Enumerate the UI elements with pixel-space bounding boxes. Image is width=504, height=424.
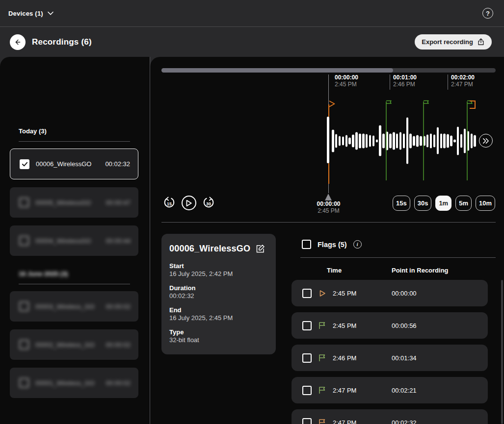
flag-row[interactable]: 2:46 PM 00:01:34 bbox=[292, 345, 488, 371]
playhead-marker-icon[interactable] bbox=[325, 194, 332, 200]
recording-name: 00001_Wireless_GO bbox=[35, 379, 95, 387]
play-button[interactable] bbox=[182, 196, 196, 210]
flags-header: Flags (5) i bbox=[302, 240, 362, 249]
waveform-scrollbar-thumb[interactable] bbox=[161, 68, 393, 73]
recording-item-blurred[interactable]: 00005_WirelessGO 00:00:47 bbox=[10, 187, 138, 218]
page-header: Recordings (6) Export recording bbox=[0, 27, 504, 57]
svg-text:15: 15 bbox=[167, 201, 172, 206]
recording-item-blurred[interactable]: 00004_WirelessGO 00:00:44 bbox=[10, 225, 138, 256]
flags-list-scrollbar[interactable] bbox=[501, 280, 503, 424]
flag-icon bbox=[318, 386, 326, 394]
recording-checkbox[interactable] bbox=[19, 301, 29, 311]
recording-title: 00006_WirelessGO bbox=[169, 244, 250, 254]
flag-time: 2:47 PM bbox=[333, 419, 356, 424]
flag-checkbox[interactable] bbox=[302, 386, 312, 395]
check-icon bbox=[22, 161, 28, 167]
column-header-point: Point in Recording bbox=[392, 267, 449, 274]
flag-checkbox[interactable] bbox=[302, 353, 312, 363]
info-value: 00:02:32 bbox=[169, 292, 268, 300]
info-value: 32-bit float bbox=[169, 336, 268, 344]
recording-checkbox[interactable] bbox=[19, 198, 29, 207]
recording-duration: 00:00:02 bbox=[106, 341, 131, 349]
flag-row[interactable]: 2:47 PM 00:02:32 bbox=[292, 409, 488, 424]
double-chevron-right-icon bbox=[482, 138, 490, 144]
skip-forward-30-button[interactable]: 30 bbox=[202, 197, 215, 211]
recording-name: 00006_WirelessGO bbox=[36, 160, 91, 168]
flag-row[interactable]: 2:45 PM 00:00:56 bbox=[292, 312, 488, 339]
current-time-readout: 00:00:00 2:45 PM bbox=[304, 201, 353, 214]
divider bbox=[300, 257, 496, 258]
recording-detail-panel: 00:00:00 2:45 PM 00:01:00 2:46 PM 00:02:… bbox=[150, 57, 504, 424]
export-recording-button[interactable]: Export recording bbox=[415, 34, 492, 50]
divider bbox=[19, 141, 130, 142]
recording-item-blurred[interactable]: 00001_Wireless_GO 00:00:02 bbox=[10, 368, 138, 398]
end-flag-icon bbox=[318, 419, 326, 424]
flag-point: 00:00:00 bbox=[392, 290, 417, 297]
help-icon[interactable]: ? bbox=[482, 8, 493, 19]
ruler-tick bbox=[390, 75, 390, 90]
recording-duration: 00:00:02 bbox=[106, 303, 131, 310]
back-button[interactable] bbox=[10, 34, 26, 50]
recording-checkbox-checked[interactable] bbox=[20, 159, 29, 169]
content-area: Today (3) 00006_WirelessGO 00:02:32 0000… bbox=[0, 57, 504, 424]
end-marker-icon[interactable] bbox=[470, 100, 476, 109]
zoom-10m-button[interactable]: 10m bbox=[476, 196, 495, 211]
ruler-label: 00:01:00 2:46 PM bbox=[393, 75, 417, 88]
flag-time: 2:46 PM bbox=[333, 354, 356, 362]
flag-checkbox[interactable] bbox=[302, 418, 312, 424]
recording-checkbox[interactable] bbox=[19, 378, 29, 388]
export-icon bbox=[477, 38, 485, 46]
devices-dropdown[interactable]: Devices (1) bbox=[8, 10, 53, 17]
zoom-level-group: 15s 30s 1m 5m 10m bbox=[393, 196, 495, 211]
recording-item-selected[interactable]: 00006_WirelessGO 00:02:32 bbox=[10, 149, 138, 179]
info-icon[interactable]: i bbox=[353, 240, 362, 249]
arrow-left-icon bbox=[13, 37, 23, 47]
recording-name: 00002_Wireless_GO bbox=[35, 341, 95, 349]
recording-name: 00003_Wireless_GO bbox=[35, 303, 95, 310]
recording-item-blurred[interactable]: 00002_Wireless_GO 00:00:02 bbox=[10, 329, 138, 360]
start-marker-icon bbox=[318, 290, 326, 297]
flag-marker-icon[interactable] bbox=[467, 100, 474, 180]
section-label-date: 16 June 2025 (3) bbox=[19, 270, 68, 277]
zoom-1m-button[interactable]: 1m bbox=[435, 196, 451, 211]
recording-duration: 00:00:47 bbox=[106, 199, 131, 206]
flags-title: Flags (5) bbox=[318, 241, 347, 249]
scroll-right-button[interactable] bbox=[479, 134, 493, 148]
section-label-today: Today (3) bbox=[19, 127, 47, 135]
recording-checkbox[interactable] bbox=[19, 236, 29, 246]
recording-name: 00005_WirelessGO bbox=[35, 199, 91, 206]
recording-duration: 00:00:02 bbox=[106, 379, 131, 387]
divider bbox=[19, 284, 130, 284]
flags-select-all-checkbox[interactable] bbox=[302, 240, 311, 249]
recording-duration: 00:00:44 bbox=[106, 237, 131, 245]
column-header-time: Time bbox=[327, 267, 342, 274]
flag-row[interactable]: 2:47 PM 00:02:21 bbox=[292, 377, 488, 403]
flag-row[interactable]: 2:45 PM 00:00:00 bbox=[292, 280, 488, 306]
flag-time: 2:47 PM bbox=[333, 387, 356, 394]
recording-checkbox[interactable] bbox=[19, 340, 29, 349]
flag-checkbox[interactable] bbox=[302, 289, 312, 298]
flag-time: 2:45 PM bbox=[333, 322, 356, 329]
skip-forward-30-icon: 30 bbox=[202, 197, 215, 209]
flag-marker-icon[interactable] bbox=[423, 100, 430, 180]
recording-item-blurred[interactable]: 00003_Wireless_GO 00:00:02 bbox=[10, 291, 138, 322]
recording-info-card: 00006_WirelessGO Start 16 July 2025, 2:4… bbox=[161, 234, 276, 354]
playhead-position-bar[interactable] bbox=[327, 117, 329, 163]
zoom-30s-button[interactable]: 30s bbox=[414, 196, 432, 211]
chevron-down-icon bbox=[48, 11, 53, 15]
skip-back-15-button[interactable]: 15 bbox=[163, 197, 176, 211]
zoom-5m-button[interactable]: 5m bbox=[455, 196, 472, 211]
recordings-sidebar: Today (3) 00006_WirelessGO 00:02:32 0000… bbox=[0, 57, 150, 424]
waveform-scrollbar-track[interactable] bbox=[161, 68, 496, 73]
flag-checkbox[interactable] bbox=[302, 321, 312, 330]
waveform-bars[interactable] bbox=[332, 118, 477, 164]
ruler-label: 00:00:00 2:45 PM bbox=[335, 75, 358, 88]
flag-marker-icon[interactable] bbox=[386, 100, 393, 180]
edit-name-button[interactable] bbox=[256, 244, 265, 253]
info-label: End bbox=[169, 306, 268, 314]
info-label: Start bbox=[169, 262, 268, 270]
flag-icon bbox=[318, 322, 326, 329]
zoom-15s-button[interactable]: 15s bbox=[393, 196, 410, 211]
ruler-tick bbox=[448, 75, 448, 90]
start-flag-icon[interactable] bbox=[329, 100, 335, 109]
